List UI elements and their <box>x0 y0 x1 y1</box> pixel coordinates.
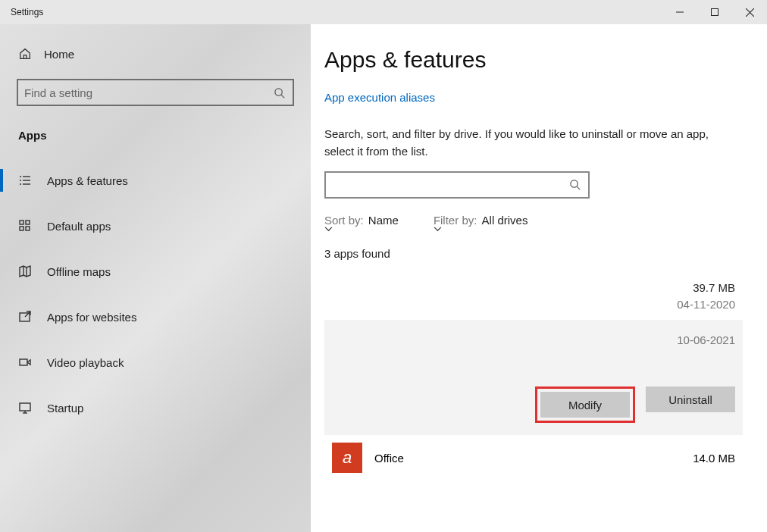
startup-icon <box>18 401 32 415</box>
sidebar-item-label: Video playback <box>47 356 124 369</box>
sidebar-item-video-playback[interactable]: Video playback <box>0 345 311 380</box>
svg-rect-21 <box>20 403 30 411</box>
app-date: 04-11-2020 <box>332 296 735 314</box>
sidebar-item-offline-maps[interactable]: Offline maps <box>0 254 311 289</box>
titlebar: Settings <box>0 0 767 24</box>
content-pane: Apps & features App execution aliases Se… <box>311 24 767 532</box>
sidebar-item-startup[interactable]: Startup <box>0 390 311 425</box>
maximize-button[interactable] <box>697 0 732 24</box>
svg-line-5 <box>281 95 284 98</box>
sidebar-nav: Apps & features Default apps <box>0 163 311 436</box>
svg-point-24 <box>571 180 578 187</box>
results-count: 3 apps found <box>324 247 746 260</box>
sidebar: Home Apps <box>0 24 311 532</box>
app-name: Office <box>374 452 681 465</box>
home-nav[interactable]: Home <box>0 42 311 65</box>
sidebar-item-label: Offline maps <box>47 265 111 278</box>
sort-label: Sort by: <box>324 214 364 227</box>
sidebar-section-header: Apps <box>0 129 311 163</box>
description-text: Search, sort, and filter by drive. If yo… <box>324 125 718 161</box>
grid-icon <box>18 219 32 233</box>
sidebar-item-label: Default apps <box>47 220 111 233</box>
sidebar-item-apps-websites[interactable]: Apps for websites <box>0 299 311 334</box>
uninstall-button[interactable]: Uninstall <box>646 386 735 412</box>
modify-highlight: Modify <box>535 386 635 423</box>
home-icon <box>18 47 32 61</box>
app-row-selected[interactable]: 10-06-2021 Modify Uninstall <box>324 320 743 436</box>
minimize-button[interactable] <box>662 0 697 24</box>
sort-dropdown[interactable]: Sort by: Name <box>324 214 403 232</box>
app-row-office[interactable]: a Office 14.0 MB <box>324 435 743 473</box>
settings-search[interactable] <box>17 79 294 106</box>
filter-label: Filter by: <box>434 214 477 227</box>
sort-value: Name <box>368 214 399 227</box>
svg-rect-12 <box>20 221 23 224</box>
svg-line-25 <box>577 186 580 189</box>
svg-rect-1 <box>712 9 718 16</box>
app-meta: 39.7 MB 04-11-2020 <box>332 280 735 314</box>
app-execution-aliases-link[interactable]: App execution aliases <box>324 91 435 104</box>
modify-button[interactable]: Modify <box>540 392 630 418</box>
map-icon <box>18 264 32 278</box>
video-icon <box>18 355 32 369</box>
app-list: 39.7 MB 04-11-2020 10-06-2021 Modify Uni… <box>324 274 743 474</box>
svg-rect-20 <box>20 359 27 365</box>
svg-rect-15 <box>26 227 30 230</box>
office-icon: a <box>332 443 362 473</box>
app-actions: Modify Uninstall <box>332 386 735 423</box>
svg-point-4 <box>275 88 282 95</box>
home-label: Home <box>44 48 74 61</box>
external-icon <box>18 310 32 324</box>
page-title: Apps & features <box>324 47 746 73</box>
chevron-down-icon <box>324 227 403 232</box>
app-size: 14.0 MB <box>693 452 735 465</box>
settings-window: Settings Home <box>0 0 767 532</box>
filter-value: All drives <box>482 214 528 227</box>
app-list-search[interactable] <box>324 171 590 199</box>
close-button[interactable] <box>732 0 767 24</box>
settings-search-input[interactable] <box>24 86 274 99</box>
sidebar-item-apps-features[interactable]: Apps & features <box>0 163 311 198</box>
list-icon <box>18 174 32 187</box>
settings-search-wrap <box>17 79 294 106</box>
app-date: 10-06-2021 <box>332 332 735 349</box>
window-body: Home Apps <box>0 24 767 532</box>
filter-dropdown[interactable]: Filter by: All drives <box>434 214 533 232</box>
app-meta: 10-06-2021 <box>332 332 735 349</box>
window-title: Settings <box>0 7 43 17</box>
app-size: 39.7 MB <box>332 280 735 297</box>
search-icon <box>274 87 285 99</box>
search-icon <box>569 179 581 190</box>
sidebar-item-label: Apps for websites <box>47 311 136 324</box>
svg-rect-13 <box>26 221 30 224</box>
app-row[interactable]: 39.7 MB 04-11-2020 <box>324 274 743 320</box>
list-filters: Sort by: Name Filter by: All drives <box>324 214 746 232</box>
svg-rect-14 <box>20 227 23 230</box>
sidebar-item-label: Apps & features <box>47 174 128 187</box>
sidebar-item-default-apps[interactable]: Default apps <box>0 208 311 243</box>
sidebar-item-label: Startup <box>47 402 83 415</box>
window-controls <box>662 0 767 24</box>
chevron-down-icon <box>434 227 533 232</box>
